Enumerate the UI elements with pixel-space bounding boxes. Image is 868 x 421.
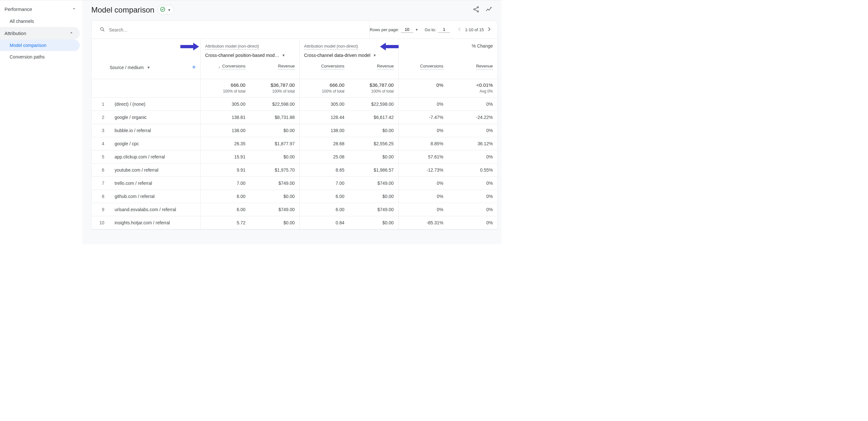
row-index: 4 [92,137,110,151]
row-a-conv: 138.81 [200,111,250,124]
row-index: 1 [92,98,110,111]
row-dimension: (direct) / (none) [110,98,200,111]
row-b-rev: $6,617.42 [349,111,398,124]
row-b-conv: 128.44 [299,111,349,124]
table-row[interactable]: 7trello.com / referral7.00$749.007.00$74… [92,177,497,190]
row-a-rev: $749.00 [250,203,299,216]
nav-group-performance[interactable]: Performance [0,3,82,15]
table-row[interactable]: 9urlsand.esvalabs.com / referral6.00$749… [92,203,497,216]
row-chg-conv: -7.47% [398,111,448,124]
row-dimension: app.clickup.com / referral [110,151,200,164]
model-b-selector[interactable]: Cross-channel data-driven model ▼ [304,53,394,58]
rows-per-page[interactable]: Rows per page: ▼ [370,27,418,33]
page-range: 1-10 of 15 [465,27,484,32]
row-b-conv: 8.65 [299,164,349,177]
row-b-conv: 6.00 [299,203,349,216]
row-chg-conv: 57.61% [398,151,448,164]
row-b-conv: 0.84 [299,216,349,229]
row-b-conv: 305.00 [299,98,349,111]
go-to-page[interactable]: Go to: [425,27,450,33]
row-chg-conv: 0% [398,124,448,137]
row-a-rev: $0.00 [250,216,299,229]
rows-per-page-input[interactable] [401,27,413,33]
row-dimension: bubble.io / referral [110,124,200,137]
col-b-conversions[interactable]: Conversions [304,64,344,69]
row-chg-conv: 0% [398,203,448,216]
svg-point-4 [100,27,103,30]
comparison-table: Attribution model (non-direct) Cross-cha… [92,39,497,229]
row-dimension: github.com / referral [110,190,200,203]
table-row[interactable]: 4google / cpc26.35$1,877.9728.68$2,556.2… [92,137,497,151]
share-icon[interactable] [472,6,479,14]
svg-point-2 [473,9,475,10]
row-a-conv: 26.35 [200,137,250,151]
row-a-rev: $1,975.70 [250,164,299,177]
search-input[interactable] [109,27,192,32]
caret-down-icon: ▼ [167,8,171,12]
sidebar-item-model-comparison[interactable]: Model comparison [0,39,80,51]
row-index: 5 [92,151,110,164]
row-chg-conv: 0% [398,190,448,203]
table-row[interactable]: 8github.com / referral6.00$0.006.00$0.00… [92,190,497,203]
row-index: 9 [92,203,110,216]
model-b-label: Attribution model (non-direct) [304,44,358,50]
check-circle-icon [160,6,165,13]
row-a-conv: 9.91 [200,164,250,177]
row-index: 3 [92,124,110,137]
row-chg-rev: 0% [448,177,497,190]
table-row[interactable]: 3bubble.io / referral138.00$0.00138.00$0… [92,124,497,137]
row-chg-rev: 0% [448,190,497,203]
caret-down-icon: ▼ [373,53,376,57]
row-a-conv: 138.00 [200,124,250,137]
prev-page-button[interactable] [457,26,462,33]
row-dimension: youtube.com / referral [110,164,200,177]
row-b-conv: 25.08 [299,151,349,164]
totals-row: 666.00100% of total $36,787.00100% of to… [92,79,497,98]
col-a-conversions[interactable]: ↓ Conversions [205,64,245,69]
row-chg-rev: 0% [448,98,497,111]
dimension-selector[interactable]: Source / medium ▼ [110,65,151,70]
nav-group-attribution[interactable]: Attribution [0,27,80,39]
row-dimension: urlsand.esvalabs.com / referral [110,203,200,216]
row-dimension: google / cpc [110,137,200,151]
row-b-rev: $1,986.57 [349,164,398,177]
add-dimension-button[interactable]: + [192,64,196,71]
insights-icon[interactable] [486,6,493,14]
col-chg-conversions[interactable]: Conversions [403,64,443,69]
table-row[interactable]: 2google / organic138.81$8,731.88128.44$6… [92,111,497,124]
next-page-button[interactable] [487,26,492,33]
goto-input[interactable] [438,27,450,33]
svg-point-1 [477,7,478,8]
row-b-rev: $749.00 [349,177,398,190]
table-row[interactable]: 10insights.hotjar.com / referral5.72$0.0… [92,216,497,229]
chevron-up-icon [71,6,76,12]
model-a-selector[interactable]: Cross-channel position-based mod… ▼ [205,53,295,58]
col-a-revenue[interactable]: Revenue [254,64,294,69]
row-a-conv: 6.00 [200,203,250,216]
table-row[interactable]: 5app.clickup.com / referral15.91$0.0025.… [92,151,497,164]
caret-down-icon: ▼ [282,53,285,57]
svg-point-3 [477,10,478,12]
row-chg-conv: 8.85% [398,137,448,151]
main-content: Model comparison ▼ [82,0,501,244]
sidebar-item-all-channels[interactable]: All channels [0,15,80,27]
table-row[interactable]: 1(direct) / (none)305.00$22,598.00305.00… [92,98,497,111]
arrow-down-icon: ↓ [218,64,220,69]
model-a-label: Attribution model (non-direct) [205,44,259,50]
row-index: 10 [92,216,110,229]
status-pill[interactable]: ▼ [157,5,174,15]
row-b-rev: $0.00 [349,124,398,137]
row-chg-rev: 0% [448,216,497,229]
col-chg-revenue[interactable]: Revenue [452,64,493,69]
row-b-rev: $0.00 [349,190,398,203]
nav-group-label: Attribution [4,31,26,36]
table-row[interactable]: 6youtube.com / referral9.91$1,975.708.65… [92,164,497,177]
row-a-rev: $749.00 [250,177,299,190]
row-dimension: google / organic [110,111,200,124]
row-chg-rev: 0% [448,124,497,137]
col-b-revenue[interactable]: Revenue [353,64,394,69]
change-header: % Change [398,39,497,59]
row-chg-rev: 0% [448,203,497,216]
sidebar-item-conversion-paths[interactable]: Conversion paths [0,51,80,63]
row-chg-rev: 0.55% [448,164,497,177]
